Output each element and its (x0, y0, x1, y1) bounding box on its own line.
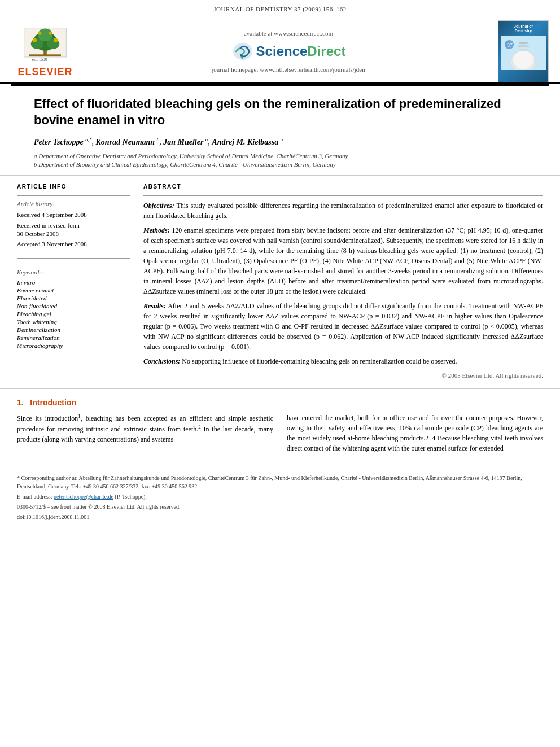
keyword-8: Remineralization (17, 334, 130, 341)
sciencedirect-text: ScienceDirect (256, 43, 346, 59)
conclusions-paragraph: Conclusions: No supporting influence of … (143, 356, 543, 366)
keywords-divider (17, 258, 130, 259)
keyword-1: In vitro (17, 279, 130, 286)
abstract-col: ABSTRACT Objectives: This study evaluate… (143, 184, 543, 381)
svg-point-5 (38, 28, 53, 41)
affiliation-a: a Department of Operative Dentistry and … (34, 152, 526, 159)
received-date: Received 4 September 2008 (17, 211, 130, 219)
methods-label: Methods: (143, 226, 170, 234)
keyword-6: Tooth whitening (17, 318, 130, 325)
author-andrej: Andrej M. Kiełbassa (212, 138, 278, 146)
cover-graphic: 37 (501, 36, 546, 70)
introduction-title: Introduction (30, 398, 76, 407)
methods-text: 120 enamel specimens were prepared from … (143, 226, 543, 295)
results-text: After 2 and 5 weeks ΔΔZ/ΔLD values of th… (143, 302, 543, 351)
author-peter-sup: a,* (85, 137, 91, 143)
cover-journal-name: Journal ofDentistry (514, 24, 533, 34)
keyword-5: Bleaching gel (17, 311, 130, 317)
sd-logo-icon (231, 40, 254, 63)
svg-rect-16 (518, 45, 529, 47)
article-info-label: ARTICLE INFO (17, 184, 130, 190)
conclusions-text: No supporting influence of fluoride-cont… (182, 357, 457, 365)
intro-content: Since its introduction1, bleaching has b… (17, 413, 543, 453)
journal-homepage: journal homepage: www.intl.elsevierhealt… (79, 66, 498, 73)
author-konrad-sup: b (157, 137, 160, 143)
author-jan-sup: a (205, 137, 208, 143)
intro-right-text: have entered the market, both for in-off… (287, 413, 543, 453)
copyright-line: © 2008 Elsevier Ltd. All rights reserved… (143, 371, 543, 381)
author-peter: Peter Tschoppe (34, 138, 84, 146)
author-konrad: Konrad Neumann (96, 138, 155, 146)
footnotes: * Corresponding author at: Abteilung für… (0, 469, 560, 528)
objectives-label: Objectives: (143, 202, 174, 209)
conclusions-label: Conclusions: (143, 357, 180, 365)
intro-left-text: Since its introduction1, bleaching has b… (17, 413, 273, 444)
elsevier-logo: est. 1580 ELSEVIER (11, 25, 79, 78)
elsevier-brand-text: ELSEVIER (18, 66, 72, 78)
article-info-col: ARTICLE INFO Article history: Received 4… (17, 184, 130, 381)
sciencedirect-logo: ScienceDirect (79, 40, 498, 63)
email-link[interactable]: peter.tschoppe@charite.de (54, 493, 113, 500)
abstract-label: ABSTRACT (143, 184, 543, 190)
doi-line: doi:10.1016/j.jdent.2008.11.001 (17, 513, 543, 521)
intro-right-col: have entered the market, both for in-off… (287, 413, 543, 453)
results-label: Results: (143, 302, 166, 310)
svg-point-8 (38, 32, 42, 35)
keyword-7: Demineralization (17, 326, 130, 333)
svg-rect-15 (519, 42, 528, 44)
author-jan: Jan Mueller (163, 138, 203, 146)
introduction-heading: 1. Introduction (17, 398, 543, 407)
svg-point-14 (513, 51, 533, 69)
journal-header: JOURNAL OF DENTISTRY 37 (2009) 156–162 (0, 0, 560, 16)
affiliation-b: b Department of Biometry and Clinical Ep… (34, 161, 526, 168)
abstract-divider (143, 195, 543, 196)
keyword-4: Non-fluoridated (17, 303, 130, 309)
journal-title: JOURNAL OF DENTISTRY 37 (2009) 156–162 (213, 6, 346, 12)
issn-line: 0300-5712/$ – see front matter © 2008 El… (17, 503, 543, 511)
corresponding-author-text: * Corresponding author at: Abteilung für… (17, 475, 522, 490)
keyword-9: Microradiography (17, 342, 130, 349)
methods-paragraph: Methods: 120 enamel specimens were prepa… (143, 225, 543, 296)
accepted-date: Accepted 3 November 2008 (17, 240, 130, 248)
article-title-section: Effect of fluoridated bleaching gels on … (0, 86, 560, 176)
results-paragraph: Results: After 2 and 5 weeks ΔΔZ/ΔLD val… (143, 301, 543, 352)
page-wrapper: JOURNAL OF DENTISTRY 37 (2009) 156–162 (0, 0, 560, 747)
email-label: E-mail address: (17, 493, 52, 500)
history-label: Article history: (17, 200, 130, 207)
keyword-3: Fluoridated (17, 295, 130, 302)
keywords-section: Keywords: In vitro Bovine enamel Fluorid… (17, 269, 130, 349)
svg-point-9 (49, 32, 53, 35)
corresponding-author-note: * Corresponding author at: Abteilung für… (17, 474, 543, 491)
center-info: available at www.sciencedirect.com Scien… (79, 30, 498, 73)
email-note: E-mail address: peter.tschoppe@charite.d… (17, 492, 543, 501)
svg-point-7 (54, 38, 58, 42)
footnote-divider (17, 464, 543, 464)
ref-1: 1 (78, 413, 81, 419)
svg-text:est. 1580: est. 1580 (32, 56, 47, 62)
objectives-paragraph: Objectives: This study evaluated possibl… (143, 200, 543, 221)
svg-point-6 (33, 38, 37, 42)
objectives-text: This study evaluated possible difference… (143, 202, 543, 220)
introduction-section: 1. Introduction Since its introduction1,… (0, 389, 560, 459)
journal-cover: Journal ofDentistry 37 (498, 20, 549, 82)
section-number: 1. (17, 398, 24, 407)
revised-date: Received in revised form30 October 2008 (17, 221, 130, 239)
ref-2: 2 (198, 424, 201, 430)
email-attribution: (P. Tschoppe). (115, 493, 147, 500)
intro-left-col: Since its introduction1, bleaching has b… (17, 413, 273, 453)
cover-image: 37 (501, 36, 546, 70)
top-banner: est. 1580 ELSEVIER available at www.scie… (0, 16, 560, 84)
available-text: available at www.sciencedirect.com (79, 30, 498, 37)
article-title: Effect of fluoridated bleaching gels on … (34, 96, 526, 128)
keywords-label: Keywords: (17, 269, 130, 276)
svg-text:37: 37 (507, 42, 513, 48)
svg-rect-10 (29, 54, 61, 56)
svg-rect-17 (519, 49, 528, 50)
author-andrej-sup: a (281, 137, 283, 143)
info-divider (17, 195, 130, 196)
elsevier-tree-icon: est. 1580 (20, 25, 71, 65)
authors: Peter Tschoppe a,*, Konrad Neumann b, Ja… (34, 136, 526, 148)
keyword-2: Bovine enamel (17, 287, 130, 294)
article-info-abstract: ARTICLE INFO Article history: Received 4… (0, 176, 560, 389)
abstract-text: Objectives: This study evaluated possibl… (143, 200, 543, 381)
